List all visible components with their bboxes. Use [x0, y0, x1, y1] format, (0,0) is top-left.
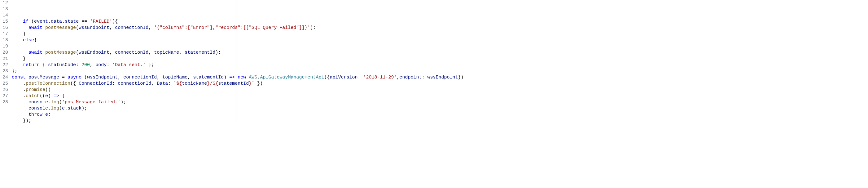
token-plain: }: [12, 31, 26, 36]
token-plain: .: [12, 81, 26, 86]
code-editor[interactable]: 1213141516171819202122232425262728 if (e…: [0, 0, 868, 124]
line-number: 14: [2, 12, 8, 19]
token-num: 200: [82, 62, 90, 68]
token-plain: ): [224, 75, 229, 80]
token-plain: });: [12, 118, 31, 124]
token-plain: [26, 75, 29, 80]
token-plain: ,: [397, 75, 400, 80]
code-line[interactable]: }: [12, 31, 868, 37]
token-prop: statementId: [193, 75, 224, 80]
token-func: log: [51, 100, 59, 105]
code-line[interactable]: .catch((e) => {: [12, 93, 868, 99]
token-plain: (: [76, 25, 79, 30]
line-number: 27: [2, 93, 8, 99]
line-number: 12: [2, 0, 8, 6]
token-prop: postMessage: [29, 75, 59, 80]
token-plain: );: [121, 100, 126, 105]
token-plain: :: [76, 62, 82, 68]
line-number: 16: [2, 25, 8, 31]
token-kw: await: [29, 25, 42, 30]
token-plain: =: [59, 75, 67, 80]
token-plain: {: [40, 62, 48, 68]
token-func: postToConnection: [26, 81, 70, 86]
token-plain: );: [310, 25, 316, 30]
token-str: 'Data sent.': [112, 62, 146, 68]
code-line[interactable]: else{: [12, 37, 868, 44]
token-plain: [12, 100, 29, 105]
token-type: ApiGatewayManagementApi: [260, 75, 324, 80]
code-line[interactable]: const postMessage = async (wssEndpoint, …: [12, 75, 868, 81]
token-plain: [12, 106, 29, 111]
token-plain: );: [215, 50, 221, 55]
token-prop: apiVersion: [330, 75, 358, 80]
line-number: 25: [2, 81, 8, 87]
token-prop: console: [29, 106, 48, 111]
token-func: promise: [26, 87, 45, 92]
line-number: 15: [2, 19, 8, 25]
token-prop: statusCode: [48, 62, 76, 68]
token-plain: [12, 19, 23, 24]
token-plain: (: [59, 100, 62, 105]
token-plain: };: [12, 69, 17, 74]
line-number: 23: [2, 68, 8, 75]
token-func: postMessage: [45, 25, 76, 30]
line-number: 26: [2, 87, 8, 93]
token-kw: async: [67, 75, 82, 80]
token-plain: {: [34, 37, 37, 43]
code-line[interactable]: });: [12, 118, 868, 124]
token-plain: ): [48, 93, 54, 99]
token-plain: .: [12, 87, 26, 92]
token-type: AWS: [249, 75, 257, 80]
code-line[interactable]: console.log('postMessage failed.');: [12, 99, 868, 106]
token-plain: ,: [110, 50, 115, 55]
code-area[interactable]: if (event.data.state == 'FAILED'){ await…: [12, 0, 868, 124]
token-plain: ((: [40, 93, 45, 99]
code-line[interactable]: await postMessage(wssEndpoint, connectio…: [12, 25, 868, 31]
token-plain: ,: [148, 50, 154, 55]
token-prop: wssEndpoint: [79, 25, 110, 30]
code-line[interactable]: [12, 44, 868, 50]
token-prop: Data: [157, 81, 168, 86]
code-line[interactable]: console.log(e.stack);: [12, 106, 868, 112]
token-plain: ,: [90, 62, 95, 68]
token-plain: (): [45, 87, 51, 92]
code-line[interactable]: if (event.data.state == 'FAILED'){: [12, 19, 868, 25]
code-line[interactable]: throw e;: [12, 112, 868, 118]
token-kw: await: [29, 50, 42, 55]
token-kw: else: [23, 37, 34, 43]
code-line[interactable]: }: [12, 56, 868, 62]
token-str: 'FAILED': [90, 19, 112, 24]
token-prop: wssEndpoint: [428, 75, 458, 80]
code-line[interactable]: .postToConnection({ ConnectionId: connec…: [12, 81, 868, 87]
line-number: 24: [2, 75, 8, 81]
token-kw: const: [12, 75, 26, 80]
token-plain: :: [358, 75, 363, 80]
token-kw: new: [238, 75, 246, 80]
line-number: 13: [2, 6, 8, 12]
token-kw: throw: [29, 112, 42, 117]
token-plain: ,: [148, 25, 154, 30]
token-kw: if: [23, 19, 29, 24]
line-number: 17: [2, 31, 8, 37]
token-plain: (: [76, 50, 79, 55]
code-line[interactable]: await postMessage(wssEndpoint, connectio…: [12, 50, 868, 56]
token-plain: ,: [118, 75, 123, 80]
token-plain: {: [59, 93, 65, 99]
token-str: `${: [174, 81, 182, 86]
token-kw: return: [23, 62, 40, 68]
token-plain: [12, 112, 29, 117]
token-plain: ,: [187, 75, 193, 80]
token-plain: .: [62, 19, 65, 24]
code-line[interactable]: return { statusCode: 200, body: 'Data se…: [12, 62, 868, 68]
token-prop: connectionId: [118, 81, 151, 86]
token-plain: };: [146, 62, 154, 68]
token-plain: :: [112, 81, 118, 86]
token-prop: stack: [67, 106, 82, 111]
token-plain: ({: [70, 81, 79, 86]
token-plain: .: [65, 106, 67, 111]
token-plain: [235, 75, 238, 80]
code-line[interactable]: };: [12, 68, 868, 75]
token-prop: connectionId: [123, 75, 157, 80]
code-line[interactable]: .promise(): [12, 87, 868, 93]
token-prop: endpoint: [400, 75, 422, 80]
